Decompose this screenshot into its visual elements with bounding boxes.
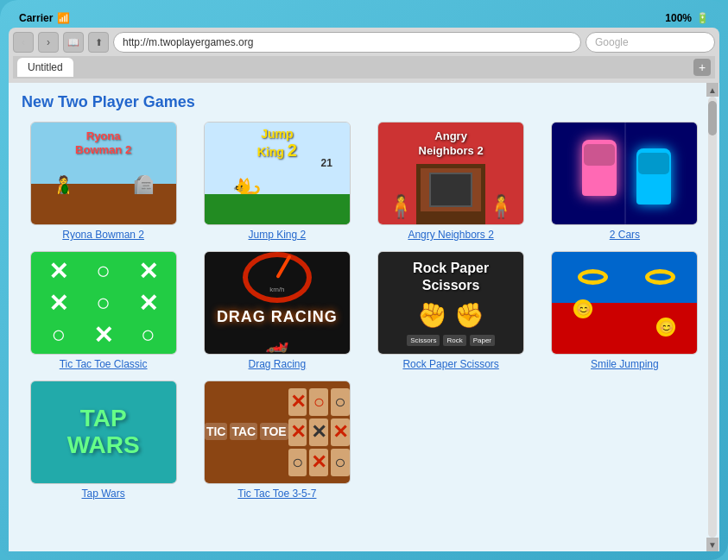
car-blue [636, 148, 671, 204]
ttt357-c1: ○ [309, 388, 328, 416]
browser-tab[interactable]: Untitled [17, 58, 73, 77]
thumb-tapwars-bg: TAPWARS [31, 381, 176, 483]
car-pink [582, 140, 617, 196]
game-thumb-rps: Rock PaperScissors ✊ ✊ Scissors Rock Pap… [377, 251, 524, 355]
ttt-cell-1: ○ [83, 257, 124, 286]
thumb-tictactoe-bg: ✕ ○ ✕ ✕ ○ ✕ ○ ✕ ○ [31, 252, 176, 354]
ttt357-c3: ✕ [288, 418, 307, 446]
ttt357-c0: ✕ [288, 388, 307, 416]
ttt357-c7: ✕ [309, 449, 328, 476]
game-item-ryona-bowman-2[interactable]: RyonaBowman 2 🧍 🪦 Ryona Bowman 2 [22, 122, 185, 241]
drag-car-emoji: 🏎️ [265, 331, 288, 354]
scroll-track [708, 97, 717, 538]
game-thumb-ryona: RyonaBowman 2 🧍 🪦 [30, 122, 177, 225]
game-item-drag-racing[interactable]: km/h DRAG RACING 🏎️ Drag Racing [195, 251, 358, 370]
thumb-smile-bg: 😊 😊 [552, 252, 697, 354]
forward-button[interactable]: › [38, 32, 59, 53]
games-grid: RyonaBowman 2 🧍 🪦 Ryona Bowman 2 JumpKin… [22, 122, 706, 500]
rps-label-rock: Rock [443, 335, 465, 346]
thumb-rps-bg: Rock PaperScissors ✊ ✊ Scissors Rock Pap… [378, 252, 523, 354]
ttt-cell-2: ✕ [127, 257, 168, 286]
game-title-ttt357: Tic Tac Toe 3-5-7 [237, 488, 316, 500]
game-item-angry-neighbors-2[interactable]: AngryNeighbors 2 🧍 🧍 Angry Neighbors 2 [370, 122, 533, 241]
rps-title: Rock PaperScissors [413, 260, 489, 293]
game-thumb-tictactoe: ✕ ○ ✕ ✕ ○ ✕ ○ ✕ ○ [30, 251, 177, 355]
tab-bar: Untitled + [13, 56, 715, 79]
rps-hand2: ✊ [454, 301, 484, 330]
page-content: New Two Player Games RyonaBowman 2 🧍 🪦 R… [9, 83, 719, 551]
scroll-up-button[interactable]: ▲ [706, 83, 719, 97]
battery-label: 100% [665, 12, 692, 24]
jk-title: JumpKing 2 [205, 127, 350, 160]
game-item-2cars[interactable]: 2 Cars [543, 122, 706, 241]
an-title: AngryNeighbors 2 [378, 129, 523, 159]
rps-hand1: ✊ [417, 301, 447, 330]
road-divider [624, 123, 626, 224]
game-thumb-drag: km/h DRAG RACING 🏎️ [204, 251, 351, 355]
scrollbar: ▲ ▼ [707, 83, 718, 551]
status-left: Carrier 📶 [19, 12, 70, 24]
an-door [421, 168, 481, 211]
game-thumb-tapwars: TAPWARS [30, 381, 177, 484]
tab-title: Untitled [28, 61, 63, 73]
game-thumb-angry: AngryNeighbors 2 🧍 🧍 [377, 122, 524, 225]
ttt-cell-0: ✕ [38, 257, 79, 286]
search-bar[interactable]: Google [586, 32, 715, 53]
game-item-rock-paper-scissors[interactable]: Rock PaperScissors ✊ ✊ Scissors Rock Pap… [370, 251, 533, 370]
game-title-angry: Angry Neighbors 2 [408, 229, 493, 241]
game-title-ryona: Ryona Bowman 2 [62, 229, 144, 241]
ttt-cell-4: ○ [83, 289, 124, 318]
thumb-drag-bg: km/h DRAG RACING 🏎️ [205, 252, 350, 354]
jk-ground [205, 194, 350, 224]
ttt-classic-grid: ✕ ○ ✕ ✕ ○ ✕ ○ ✕ ○ [38, 257, 168, 349]
game-title-rps: Rock Paper Scissors [402, 358, 498, 370]
an-char1: 🧍 [387, 193, 415, 220]
ttt-cell-3: ✕ [38, 289, 79, 318]
back-icon: ‹ [22, 36, 25, 48]
smile-ring-2 [645, 269, 675, 285]
ttt-cell-7: ✕ [83, 321, 124, 349]
ipad-frame: Carrier 📶 100% 🔋 ‹ › 📖 ⬆ http://m.twopla… [0, 0, 728, 560]
share-button[interactable]: ⬆ [88, 32, 109, 53]
game-item-tap-wars[interactable]: TAPWARS Tap Wars [22, 381, 185, 500]
car-pink-roof [584, 144, 615, 166]
game-title-tictactoe: Tic Tac Toe Classic [60, 358, 148, 370]
forward-icon: › [47, 36, 50, 48]
speedometer-needle [275, 255, 291, 279]
game-thumb-2cars [551, 122, 698, 225]
an-house [416, 164, 485, 224]
thumb-ttt357-bg: TIC TAC TOE ✕ ○ ○ ✕ ✕ ✕ ○ ✕ [205, 381, 350, 483]
speedometer: km/h [243, 252, 312, 303]
game-item-ttt357[interactable]: TIC TAC TOE ✕ ○ ○ ✕ ✕ ✕ ○ ✕ [195, 381, 358, 500]
game-title-drag: Drag Racing [249, 358, 307, 370]
smile-ring-1 [578, 269, 608, 285]
browser-chrome: ‹ › 📖 ⬆ http://m.twoplayergames.org Goog… [9, 28, 719, 83]
smile-face-1: 😊 [573, 299, 592, 318]
ttt357-hcell-tac: TAC [230, 423, 257, 440]
game-item-smile-jumping[interactable]: 😊 😊 Smile Jumping [543, 251, 706, 370]
ryona-title: RyonaBowman 2 [31, 129, 176, 156]
game-title-2cars: 2 Cars [610, 229, 640, 241]
carrier-label: Carrier [19, 12, 53, 24]
drag-title: DRAG RACING [217, 308, 338, 326]
ttt-cell-5: ✕ [127, 289, 168, 318]
share-icon: ⬆ [95, 37, 103, 48]
game-thumb-smile: 😊 😊 [551, 251, 698, 355]
back-button[interactable]: ‹ [13, 32, 34, 53]
add-tab-icon: + [699, 60, 706, 74]
ttt-cell-6: ○ [38, 321, 79, 349]
scroll-down-button[interactable]: ▼ [706, 538, 719, 551]
ryona-scores [61, 184, 68, 194]
game-item-tic-tac-toe-classic[interactable]: ✕ ○ ✕ ✕ ○ ✕ ○ ✕ ○ Tic Tac Toe Classic [22, 251, 185, 370]
search-placeholder: Google [595, 36, 629, 48]
scroll-thumb[interactable] [708, 101, 717, 135]
wifi-icon: 📶 [57, 12, 70, 24]
game-item-jump-king-2[interactable]: JumpKing 2 🐈 21 Jump King 2 [195, 122, 358, 241]
rps-label-scissors: Scissors [407, 335, 440, 346]
url-bar[interactable]: http://m.twoplayergames.org [113, 32, 581, 53]
thumb-2cars-bg [552, 123, 697, 224]
bookmark-button[interactable]: 📖 [63, 32, 84, 53]
add-tab-button[interactable]: + [693, 59, 711, 76]
tap-title: TAPWARS [67, 406, 140, 459]
rps-hands: ✊ ✊ [417, 301, 484, 330]
